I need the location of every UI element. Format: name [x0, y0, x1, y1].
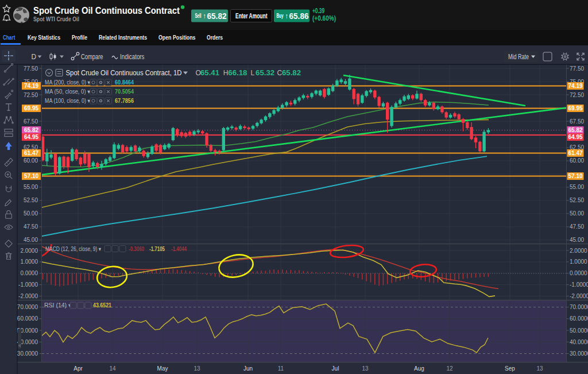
svg-text:65.86: 65.86: [289, 11, 309, 21]
svg-text:77.50: 77.50: [570, 65, 584, 72]
svg-text:-1.4044: -1.4044: [171, 245, 187, 252]
svg-text:72.50: 72.50: [570, 92, 584, 98]
svg-text:65.82: 65.82: [207, 11, 227, 21]
svg-text:43.6521: 43.6521: [93, 302, 111, 309]
svg-text:May: May: [157, 365, 168, 372]
svg-text:74.19: 74.19: [568, 83, 582, 89]
svg-text:Jun: Jun: [243, 365, 253, 372]
svg-text:14: 14: [109, 365, 116, 372]
svg-text:-1.0000: -1.0000: [18, 282, 38, 288]
svg-text:70.0000: 70.0000: [17, 304, 38, 310]
svg-text:Profile: Profile: [72, 34, 87, 41]
svg-text:Spot WTI Crude Oil: Spot WTI Crude Oil: [33, 16, 79, 22]
svg-text:65.82: 65.82: [568, 127, 582, 133]
svg-text:13: 13: [536, 365, 543, 372]
svg-text:65.82: 65.82: [282, 69, 301, 77]
svg-text:Related Instruments: Related Instruments: [99, 34, 147, 41]
svg-text:-0.3060: -0.3060: [129, 245, 144, 252]
svg-text:MA (50, close, 0) ▾: MA (50, close, 0) ▾: [45, 88, 91, 95]
svg-text:Aug: Aug: [414, 365, 424, 372]
svg-text:Enter Amount: Enter Amount: [235, 12, 268, 20]
svg-text:72.50: 72.50: [24, 92, 38, 98]
svg-text:69.95: 69.95: [568, 105, 582, 111]
svg-text:64.95: 64.95: [24, 134, 38, 140]
svg-text:13: 13: [194, 365, 200, 372]
svg-text:13: 13: [362, 365, 369, 372]
svg-text:0.0000: 0.0000: [570, 270, 587, 276]
svg-text:MACD (12, 26, close, 9) ▾: MACD (12, 26, close, 9) ▾: [45, 245, 102, 252]
svg-text:11: 11: [278, 365, 284, 372]
svg-text:0.0000: 0.0000: [20, 270, 38, 276]
svg-text:RSI (14) ▾: RSI (14) ▾: [44, 302, 72, 309]
svg-text:Jul: Jul: [332, 365, 339, 372]
svg-text:52.50: 52.50: [570, 197, 584, 203]
svg-text:30.0000: 30.0000: [570, 350, 588, 357]
svg-text:L: L: [251, 69, 255, 77]
svg-text:65.41: 65.41: [200, 69, 219, 77]
svg-text:-1.0000: -1.0000: [570, 282, 588, 288]
svg-text:Compare: Compare: [81, 53, 103, 61]
svg-text:50.00: 50.00: [24, 210, 38, 217]
svg-text:52.50: 52.50: [24, 197, 38, 203]
svg-text:55.00: 55.00: [570, 184, 584, 190]
svg-text:70.5054: 70.5054: [115, 88, 134, 95]
svg-text:MA (200, close, 0) ▾: MA (200, close, 0) ▾: [45, 79, 91, 86]
svg-text:50.0000: 50.0000: [570, 327, 588, 334]
svg-text:Orders: Orders: [207, 34, 223, 41]
svg-text:60.8464: 60.8464: [115, 79, 134, 86]
svg-text:-1.7105: -1.7105: [149, 245, 165, 252]
svg-text:Chart: Chart: [3, 34, 16, 41]
svg-text:Spot Crude Oil Continuous Cont: Spot Crude Oil Continuous Contract, 1D: [66, 68, 182, 77]
svg-text:MA (100, close, 0) ▾: MA (100, close, 0) ▾: [45, 97, 91, 104]
svg-text:45.00: 45.00: [24, 237, 38, 243]
svg-text:Indicators: Indicators: [120, 53, 145, 61]
svg-text:60.0000: 60.0000: [570, 315, 588, 322]
svg-text:30.0000: 30.0000: [17, 350, 38, 357]
svg-text:D: D: [32, 53, 37, 61]
svg-text:64.95: 64.95: [568, 134, 582, 140]
svg-text:2.0000: 2.0000: [570, 248, 587, 254]
svg-text:↑: ↑: [203, 12, 206, 20]
svg-text:2.0000: 2.0000: [20, 248, 38, 254]
svg-text:40.0000: 40.0000: [570, 339, 588, 345]
svg-text:65.32: 65.32: [256, 69, 274, 77]
svg-text:Buy: Buy: [277, 13, 284, 19]
svg-text:67.50: 67.50: [570, 118, 584, 125]
svg-text:60.00: 60.00: [24, 157, 38, 164]
svg-text:47.50: 47.50: [570, 223, 584, 230]
svg-text:60.0000: 60.0000: [17, 315, 38, 322]
svg-text:Key Statistics: Key Statistics: [28, 34, 60, 41]
svg-text:-2.0000: -2.0000: [570, 293, 588, 299]
svg-text:Open Positions: Open Positions: [158, 34, 196, 41]
svg-text:69.95: 69.95: [24, 105, 38, 111]
svg-text:↑: ↑: [285, 12, 288, 20]
svg-text:Mid Rate: Mid Rate: [508, 53, 529, 61]
svg-text:77.50: 77.50: [24, 65, 38, 72]
svg-text:-2.0000: -2.0000: [18, 293, 38, 299]
svg-text:74.19: 74.19: [24, 83, 38, 89]
svg-text:70.0000: 70.0000: [570, 304, 588, 310]
svg-text:1.0000: 1.0000: [570, 259, 587, 265]
svg-text:Sep: Sep: [505, 365, 515, 372]
svg-text:67.7856: 67.7856: [115, 97, 134, 104]
svg-text:H: H: [223, 69, 229, 77]
svg-text:61.47: 61.47: [568, 150, 582, 156]
svg-text:50.00: 50.00: [570, 210, 584, 217]
svg-text:Sell: Sell: [195, 13, 202, 19]
svg-text:Spot Crude Oil Continuous Cont: Spot Crude Oil Continuous Contract: [33, 5, 180, 16]
svg-text:55.00: 55.00: [24, 184, 38, 190]
svg-text:12: 12: [446, 365, 453, 372]
svg-text:47.50: 47.50: [24, 223, 38, 230]
svg-text:1.0000: 1.0000: [20, 259, 38, 265]
svg-text:57.10: 57.10: [568, 173, 582, 179]
svg-text:60.00: 60.00: [570, 157, 584, 164]
svg-text:61.47: 61.47: [24, 150, 38, 156]
svg-text:66.18: 66.18: [228, 69, 247, 77]
svg-text:57.10: 57.10: [24, 173, 38, 179]
svg-text:65.82: 65.82: [24, 127, 38, 133]
svg-text:45.00: 45.00: [570, 237, 584, 243]
svg-text:67.50: 67.50: [24, 118, 38, 125]
svg-text:Apr: Apr: [74, 365, 83, 372]
svg-text:(+0.60%): (+0.60%): [312, 14, 336, 22]
